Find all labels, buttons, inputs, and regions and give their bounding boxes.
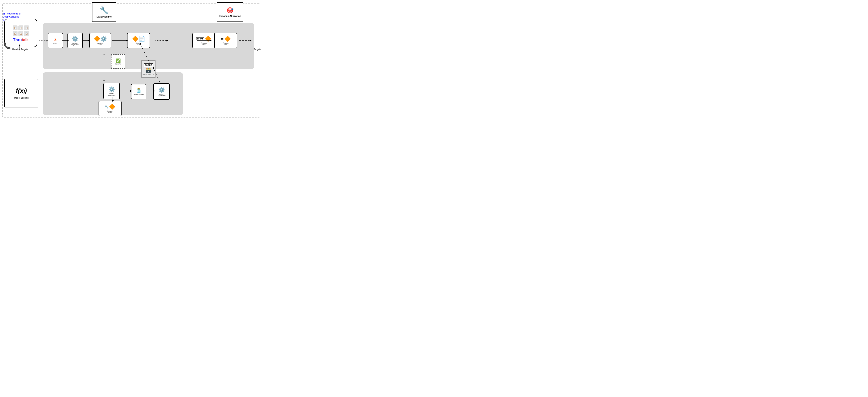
pickled-label: Pickled Models [133,94,144,95]
tools-icon: 🔧 [105,105,108,109]
zapier-node: z zapier [48,33,63,48]
thrutalk-area: 📋 📋 📋 📋 📋 📋 Thrutalk 📞 [4,19,39,47]
thrutalk-logo-accent: talk [22,38,29,42]
jar-icon: 🫙 [136,88,142,93]
model-building-formula-box: f(xi) Model Building [4,79,38,107]
model-formula: f(xi) [16,87,27,95]
scored-voter-file-label: Scored Voter File [143,74,154,75]
dynamic-allocation-box: 🎯 Dynamic Allocation [217,2,243,22]
blocks-icon: ▦ [221,37,224,40]
score-badge: SCORE [144,63,153,67]
emr1-icon: 🔶⚙️ [94,36,107,42]
emr1-node: 🔶⚙️ AmazonEMR [89,33,111,48]
emr4-icon: 🔶 [224,36,231,42]
emr4-label: AmazonEMR [223,42,229,46]
emr3-icon: 🔶 [205,36,211,42]
sagemaker1-label: AmazonSageMaker [71,42,79,46]
bubble-icon-4: 📋 [13,31,18,36]
blocks-emr-node: ▦ 🔶 AmazonEMR [214,33,237,48]
emr2-label: AmazonEMR [136,42,142,46]
bubble-icon-6: 📋 [24,31,29,36]
emr2-node: 🔶📄 AmazonEMR [127,33,150,48]
emr2-icon: 🔶📄 [132,36,145,42]
bubble-icon-5: 📋 [19,31,23,36]
data-pipeline-icon: 🔧 [100,6,108,15]
sagemaker3-label: AmazonSageMaker [158,93,165,96]
scored-voter-icon: 🗃️ [146,67,151,73]
data-pipeline-label: Data Pipeline [96,15,112,18]
sagemaker3-icon: ⚙️ [158,87,165,93]
voterfile-box: ✅ Voterfile [111,54,125,68]
dynamic-allocation-icon: 🎯 [226,7,234,14]
main-diagram: 🔧 Data Pipeline 🎯 Dynamic Allocation 1) … [0,0,263,120]
sagemaker2-label: AmazonSageMaker [108,93,116,96]
thrutalk-logo: Thrutalk [13,38,29,42]
score-table-icon: SCORE [196,37,204,40]
model-label: Model Building [14,97,29,99]
phone-icon: 📞 [3,42,11,49]
emr5-label: AmazonEMR [107,110,113,113]
emr3-label: AmazonEMR [201,42,207,46]
sagemaker1-node: ⚙️ AmazonSageMaker [67,33,83,48]
voterfile-label: Voterfile [115,63,121,65]
zapier-label: zapier [53,42,57,44]
data-pipeline-box: 🔧 Data Pipeline [92,2,116,22]
bubble-icon-2: 📋 [19,25,23,30]
sagemaker1-icon: ⚙️ [72,36,79,42]
sagemaker2-icon: ⚙️ [108,86,115,92]
emr5-node: 🔧 🔶 AmazonEMR [99,101,122,116]
bubble-icon-3: 📋 [24,25,29,30]
zapier-icon: z [54,37,57,42]
sagemaker2-node: ⚙️ AmazonSageMaker [103,83,120,99]
voterfile-icon: ✅ [116,58,121,63]
emr5-icon: 🔶 [109,104,116,110]
score-emr-node: SCORE 🔶 AmazonEMR [192,33,215,48]
scored-voter-file-box: SCORE 🗃️ Scored Voter File [141,60,156,78]
bubble-icons: 📋 📋 📋 📋 📋 📋 [11,24,31,38]
sagemaker3-node: ⚙️ AmazonSageMaker [153,83,170,100]
dynamic-allocation-label: Dynamic Allocation [219,15,241,17]
emr1-label: AmazonEMR [97,42,103,46]
bubble-icon-1: 📋 [13,25,18,30]
receive-targets-label: Receive Targets [11,48,29,51]
pickled-models-box: 🫙 Pickled Models [131,84,146,99]
